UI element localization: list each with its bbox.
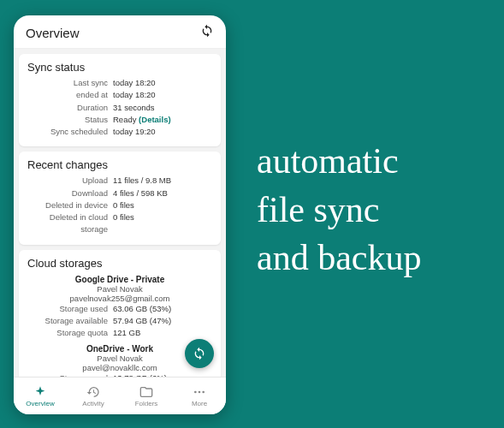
sync-icon[interactable] bbox=[200, 24, 214, 41]
value: 0 files bbox=[113, 211, 212, 236]
recent-changes-card: Recent changes Upload 11 files / 9.8 MB … bbox=[19, 152, 221, 244]
page-title: Overview bbox=[26, 26, 80, 40]
more-icon bbox=[193, 385, 206, 399]
phone-frame: Overview Sync status Last sync today 18:… bbox=[14, 15, 226, 414]
value: 63.06 GB (53%) bbox=[113, 303, 212, 315]
row-last-sync: Last sync today 18:20 bbox=[27, 77, 212, 89]
label: Download bbox=[27, 187, 113, 199]
recent-changes-title: Recent changes bbox=[27, 158, 212, 171]
label: Upload bbox=[27, 175, 113, 187]
label: Status bbox=[27, 114, 113, 126]
value: 0 files bbox=[113, 199, 212, 211]
row-download: Download 4 files / 598 KB bbox=[27, 187, 212, 199]
row-ended-at: ended at today 18:20 bbox=[27, 89, 212, 101]
sparkle-icon bbox=[33, 385, 47, 399]
nav-label: More bbox=[192, 400, 207, 407]
label: Sync scheduled bbox=[27, 126, 113, 138]
value: Ready (Details) bbox=[113, 114, 212, 126]
row-deleted-device: Deleted in device 0 files bbox=[27, 199, 212, 211]
svg-point-2 bbox=[202, 390, 205, 393]
label: Storage quota bbox=[27, 327, 113, 339]
label: Duration bbox=[27, 102, 113, 114]
value: 31 seconds bbox=[113, 102, 212, 114]
label: Deleted in device bbox=[27, 199, 113, 211]
sync-status-title: Sync status bbox=[27, 61, 212, 74]
value: 121 GB bbox=[113, 327, 212, 339]
nav-overview[interactable]: Overview bbox=[14, 377, 67, 414]
nav-activity[interactable]: Activity bbox=[67, 377, 120, 414]
sync-fab[interactable] bbox=[185, 339, 214, 368]
nav-label: Folders bbox=[135, 400, 158, 407]
row-sync-scheduled: Sync scheduled today 19:20 bbox=[27, 126, 212, 138]
label: ended at bbox=[27, 89, 113, 101]
value: today 18:20 bbox=[113, 77, 212, 89]
content-scroll[interactable]: Sync status Last sync today 18:20 ended … bbox=[14, 49, 226, 377]
svg-point-0 bbox=[194, 390, 197, 393]
row-storage-quota: Storage quota 121 GB bbox=[27, 327, 212, 339]
promo-text: automatic file sync and backup bbox=[257, 137, 421, 282]
nav-label: Overview bbox=[26, 400, 54, 407]
row-storage-used: Storage used 63.06 GB (53%) bbox=[27, 303, 212, 315]
label: Storage available bbox=[27, 315, 113, 327]
row-upload: Upload 11 files / 9.8 MB bbox=[27, 175, 212, 187]
row-duration: Duration 31 seconds bbox=[27, 102, 212, 114]
promo-line-2: file sync bbox=[257, 186, 421, 235]
storage-email: pavelnovak255@gmail.com bbox=[27, 294, 212, 303]
nav-more[interactable]: More bbox=[173, 377, 226, 414]
nav-label: Activity bbox=[82, 400, 104, 407]
label: Last sync bbox=[27, 77, 113, 89]
promo-line-3: and backup bbox=[257, 234, 421, 282]
storage-email: pavel@novakllc.com bbox=[27, 363, 212, 372]
label: Storage used bbox=[27, 303, 113, 315]
appbar: Overview bbox=[14, 15, 226, 49]
row-deleted-cloud: Deleted in cloud storage 0 files bbox=[27, 211, 212, 236]
storage-name: Google Drive - Private bbox=[27, 275, 212, 284]
storage-google-drive[interactable]: Google Drive - Private Pavel Novak pavel… bbox=[27, 275, 212, 340]
nav-folders[interactable]: Folders bbox=[120, 377, 173, 414]
status-text: Ready bbox=[113, 115, 136, 124]
value: 11 files / 9.8 MB bbox=[113, 175, 212, 187]
sync-status-card: Sync status Last sync today 18:20 ended … bbox=[19, 54, 221, 146]
details-link[interactable]: (Details) bbox=[139, 115, 170, 124]
folders-icon bbox=[139, 385, 153, 399]
bottom-nav: Overview Activity Folders More bbox=[14, 377, 226, 414]
promo-line-1: automatic bbox=[257, 137, 421, 186]
value: today 18:20 bbox=[113, 89, 212, 101]
label: Deleted in cloud storage bbox=[27, 211, 113, 236]
cloud-storages-title: Cloud storages bbox=[27, 257, 212, 270]
value: today 19:20 bbox=[113, 126, 212, 138]
sync-icon bbox=[193, 347, 206, 360]
value: 57.94 GB (47%) bbox=[113, 315, 212, 327]
value: 4 files / 598 KB bbox=[113, 187, 212, 199]
storage-user: Pavel Novak bbox=[27, 284, 212, 294]
row-status: Status Ready (Details) bbox=[27, 114, 212, 126]
activity-icon bbox=[86, 385, 100, 399]
svg-point-1 bbox=[199, 390, 201, 393]
row-storage-available: Storage available 57.94 GB (47%) bbox=[27, 315, 212, 327]
